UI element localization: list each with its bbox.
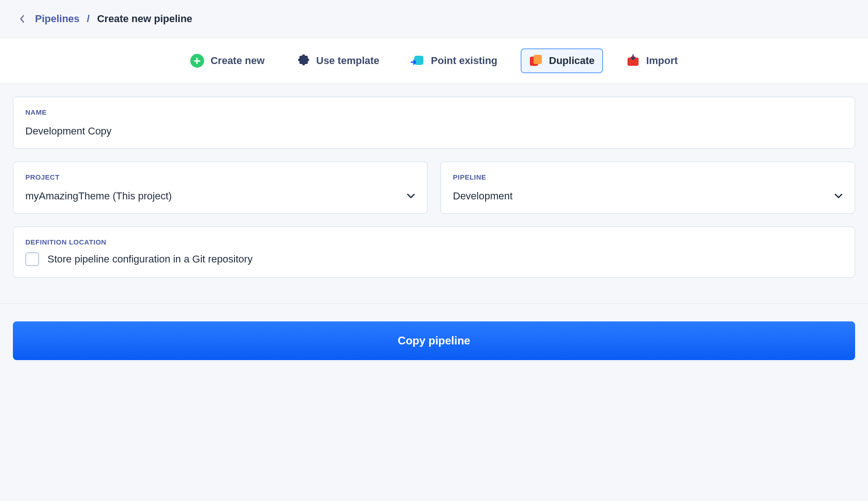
git-repo-checkbox-label: Store pipeline configuration in a Git re…	[47, 253, 252, 265]
breadcrumb-pipelines-link[interactable]: Pipelines	[35, 13, 80, 25]
project-select[interactable]: myAmazingTheme (This project)	[25, 190, 415, 202]
tab-point-existing[interactable]: Point existing	[402, 48, 505, 73]
pipeline-label: PIPELINE	[453, 173, 843, 181]
puzzle-icon	[296, 54, 310, 68]
tab-duplicate-label: Duplicate	[549, 55, 595, 67]
name-label: NAME	[25, 108, 843, 116]
tab-import-label: Import	[646, 55, 678, 67]
name-panel: NAME Development Copy	[13, 97, 855, 149]
point-icon	[411, 54, 424, 68]
tab-use-template-label: Use template	[316, 55, 379, 67]
pipeline-value: Development	[453, 190, 513, 202]
definition-location-label: DEFINITION LOCATION	[25, 238, 843, 246]
tab-duplicate[interactable]: Duplicate	[521, 48, 603, 73]
definition-location-panel: DEFINITION LOCATION Store pipeline confi…	[13, 227, 855, 278]
project-panel: PROJECT myAmazingTheme (This project)	[13, 162, 428, 214]
project-label: PROJECT	[25, 173, 415, 181]
tabs-bar: Create new Use template	[0, 38, 868, 84]
footer: Copy pipeline	[0, 303, 868, 378]
tab-use-template[interactable]: Use template	[287, 48, 387, 73]
pipeline-panel: PIPELINE Development	[440, 162, 855, 214]
back-chevron-icon[interactable]	[17, 13, 28, 24]
name-input[interactable]: Development Copy	[25, 125, 843, 137]
tab-import[interactable]: Import	[618, 48, 686, 73]
svg-rect-2	[534, 55, 542, 64]
tab-create-new[interactable]: Create new	[182, 48, 273, 73]
git-repo-checkbox[interactable]	[25, 252, 39, 266]
breadcrumb-current: Create new pipeline	[97, 13, 193, 25]
plus-circle-icon	[190, 54, 204, 68]
tab-create-new-label: Create new	[211, 55, 264, 67]
import-icon	[626, 54, 640, 68]
copy-pipeline-button[interactable]: Copy pipeline	[13, 321, 855, 360]
project-value: myAmazingTheme (This project)	[25, 190, 172, 202]
svg-rect-0	[414, 56, 423, 65]
duplicate-icon	[529, 54, 543, 68]
breadcrumb-separator: /	[87, 13, 90, 25]
pipeline-select[interactable]: Development	[453, 190, 843, 202]
chevron-down-icon	[407, 192, 415, 200]
tab-point-existing-label: Point existing	[431, 55, 497, 67]
breadcrumb: Pipelines / Create new pipeline	[0, 0, 868, 38]
chevron-down-icon	[834, 192, 843, 200]
